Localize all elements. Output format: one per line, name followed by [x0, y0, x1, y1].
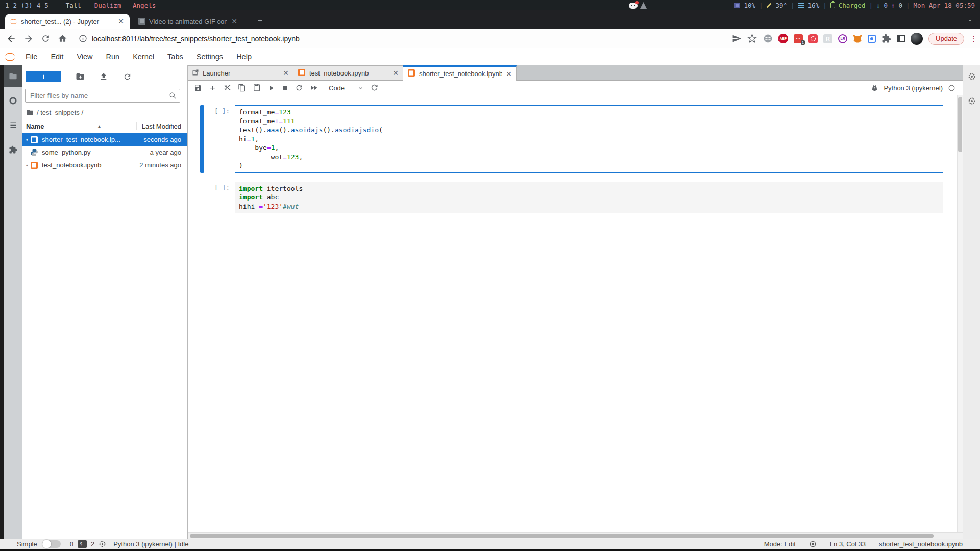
- profile-avatar[interactable]: [911, 33, 923, 45]
- code-line: import itertools: [239, 184, 939, 193]
- language-reactor-icon[interactable]: LR: [838, 34, 847, 43]
- send-icon[interactable]: [732, 34, 742, 43]
- dock-tab[interactable]: Launcher✕: [188, 65, 293, 80]
- workspace-1[interactable]: 1: [5, 2, 9, 9]
- cell-collapser[interactable]: [200, 182, 204, 214]
- bookmark-star-icon[interactable]: [747, 34, 757, 43]
- breadcrumb[interactable]: / test_snippets /: [37, 109, 83, 116]
- tray-app-icon[interactable]: [640, 2, 647, 9]
- new-launcher-button[interactable]: [26, 71, 61, 82]
- side-panel-icon[interactable]: [897, 35, 905, 42]
- extensions-puzzle-icon[interactable]: [881, 34, 891, 43]
- filter-files-input[interactable]: [25, 89, 180, 103]
- adblock-plus-icon[interactable]: ABP: [778, 34, 788, 43]
- cell-editor[interactable]: import itertoolsimport abchihi ='123'#wu…: [235, 182, 943, 214]
- kernel-status-text[interactable]: Python 3 (ipykernel) | Idle: [113, 540, 188, 548]
- blocker-extension-icon[interactable]: ⋯1: [794, 34, 803, 43]
- notebook-cell[interactable]: [ ]:format_me=123format_me+=111test().aa…: [200, 105, 943, 173]
- discord-icon[interactable]: [629, 3, 638, 9]
- breadcrumb-home-icon[interactable]: [26, 109, 34, 116]
- menu-file[interactable]: File: [19, 48, 44, 65]
- horizontal-scrollbar[interactable]: [188, 532, 963, 539]
- close-tab-icon[interactable]: ✕: [506, 70, 512, 78]
- menu-settings[interactable]: Settings: [190, 48, 230, 65]
- browser-tab-active[interactable]: shorter_test... (2) - Jupyter ✕: [5, 14, 130, 29]
- home-icon[interactable]: [58, 34, 67, 43]
- cut-cell-icon[interactable]: [223, 84, 231, 92]
- menu-edit[interactable]: Edit: [44, 48, 70, 65]
- column-header-modified[interactable]: Last Modified: [136, 122, 181, 130]
- dock-tab[interactable]: test_notebook.ipynb✕: [293, 65, 403, 80]
- privacy-extension-icon[interactable]: [763, 34, 773, 44]
- cursor-position[interactable]: Ln 3, Col 33: [830, 540, 866, 548]
- screenshot-extension-icon[interactable]: [868, 35, 876, 43]
- terminals-count[interactable]: 0: [70, 540, 74, 548]
- add-cell-icon[interactable]: [209, 84, 216, 92]
- debugger-panel-icon[interactable]: [968, 97, 976, 105]
- workspace-2[interactable]: 2: [13, 2, 17, 9]
- cell-collapser[interactable]: [200, 105, 204, 173]
- workspace-5[interactable]: 5: [44, 2, 48, 9]
- file-row[interactable]: ●test_notebook.ipynb2 minutes ago: [22, 159, 187, 171]
- reload-icon[interactable]: [41, 34, 51, 43]
- restart-kernel-icon[interactable]: [295, 84, 303, 92]
- save-icon[interactable]: [194, 84, 202, 92]
- copy-cell-icon[interactable]: [238, 84, 246, 92]
- clock-extension-icon[interactable]: [808, 34, 818, 43]
- active-file-name[interactable]: shorter_test_notebook.ipynb: [879, 540, 963, 548]
- workspace-4[interactable]: 4: [37, 2, 41, 9]
- menu-run[interactable]: Run: [100, 48, 127, 65]
- paste-cell-icon[interactable]: [253, 84, 261, 92]
- url-text[interactable]: localhost:8011/lab/tree/test_snippets/sh…: [92, 35, 300, 43]
- forward-icon[interactable]: [23, 34, 34, 44]
- kernel-sessions-icon[interactable]: [99, 540, 106, 548]
- metamask-icon[interactable]: [853, 35, 862, 43]
- vertical-scrollbar[interactable]: [957, 95, 963, 532]
- tab-search-chevron-icon[interactable]: ⌄: [967, 15, 973, 23]
- kernels-count[interactable]: 2: [91, 540, 94, 548]
- close-tab-icon[interactable]: ✕: [117, 18, 125, 25]
- cell-type-dropdown[interactable]: Code: [329, 84, 363, 92]
- interrupt-kernel-icon[interactable]: [282, 85, 288, 91]
- circular-arrow-icon[interactable]: [370, 84, 379, 92]
- sidebar-tab-running[interactable]: [4, 90, 22, 111]
- notebook-cell[interactable]: [ ]:import itertoolsimport abchihi ='123…: [200, 182, 943, 214]
- close-tab-icon[interactable]: ✕: [393, 69, 399, 77]
- scrollbar-thumb[interactable]: [958, 97, 962, 152]
- cell-editor[interactable]: format_me=123format_me+=111test().aaa().…: [235, 105, 943, 173]
- property-inspector-icon[interactable]: [968, 72, 976, 81]
- restart-run-all-icon[interactable]: [310, 84, 318, 92]
- command-mode-indicator[interactable]: Mode: Edit: [764, 540, 796, 548]
- menu-help[interactable]: Help: [230, 48, 258, 65]
- menu-tabs[interactable]: Tabs: [161, 48, 190, 65]
- sidebar-tab-toc[interactable]: [4, 114, 22, 136]
- r-extension-icon[interactable]: R: [823, 34, 832, 43]
- site-info-icon[interactable]: [79, 34, 87, 43]
- simple-mode-toggle[interactable]: [42, 540, 61, 548]
- workspace-3[interactable]: (3): [21, 2, 33, 9]
- menu-view[interactable]: View: [70, 48, 99, 65]
- upload-button[interactable]: [92, 72, 115, 81]
- kernel-name[interactable]: Python 3 (ipykernel): [884, 84, 943, 92]
- update-button[interactable]: Update: [928, 33, 964, 45]
- kernel-status-icon[interactable]: [948, 84, 955, 92]
- file-row[interactable]: some_python.pya year ago: [22, 146, 187, 159]
- new-folder-button[interactable]: [68, 72, 92, 81]
- back-icon[interactable]: [6, 34, 16, 44]
- trust-shield-icon[interactable]: [809, 540, 817, 548]
- menu-kernel[interactable]: Kernel: [126, 48, 161, 65]
- refresh-files-button[interactable]: [115, 72, 139, 81]
- close-tab-icon[interactable]: ✕: [230, 18, 238, 25]
- column-header-name[interactable]: Name ▲: [26, 122, 136, 130]
- browser-tab-inactive[interactable]: Video to animated GIF con ✕: [134, 14, 243, 29]
- scrollbar-thumb[interactable]: [190, 534, 934, 538]
- sidebar-tab-files[interactable]: [4, 65, 22, 87]
- run-cell-icon[interactable]: [267, 84, 275, 92]
- sidebar-tab-extensions[interactable]: [4, 139, 22, 160]
- file-row[interactable]: ●shorter_test_notebook.ip...seconds ago: [22, 133, 187, 146]
- new-tab-button[interactable]: [257, 17, 263, 26]
- browser-menu-icon[interactable]: ⋮: [970, 37, 974, 40]
- close-tab-icon[interactable]: ✕: [283, 69, 289, 77]
- debugger-bug-icon[interactable]: [871, 84, 878, 92]
- dock-tab[interactable]: shorter_test_notebook.ipynb✕: [403, 65, 517, 81]
